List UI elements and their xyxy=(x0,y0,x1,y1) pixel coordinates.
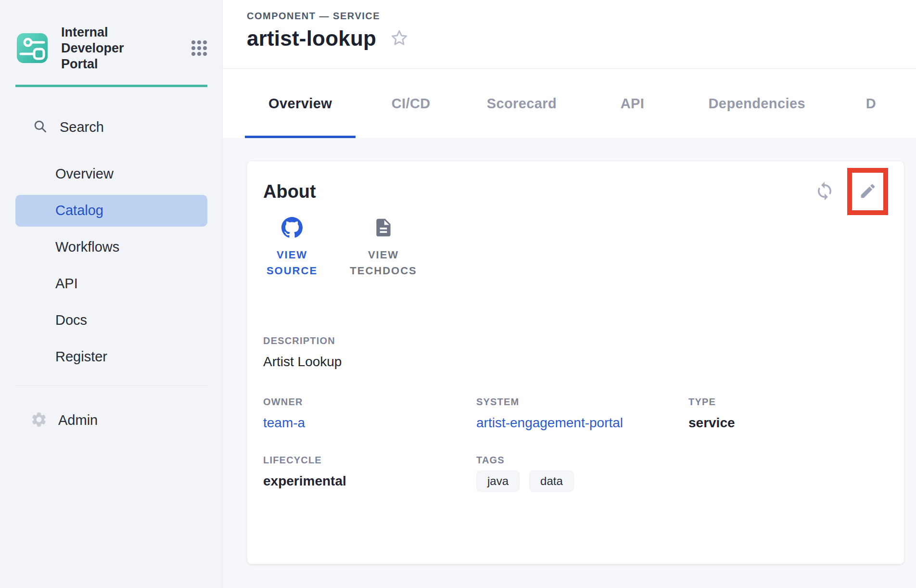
lifecycle-value: experimental xyxy=(263,473,476,490)
tab-api[interactable]: API xyxy=(577,69,687,138)
system-label: SYSTEM xyxy=(476,396,688,408)
edit-metadata-button[interactable] xyxy=(859,182,877,202)
sidebar-item-api[interactable]: API xyxy=(15,268,207,300)
sidebar-item-label: Admin xyxy=(58,412,98,428)
tags-label: TAGS xyxy=(476,455,888,466)
tag-chip[interactable]: data xyxy=(529,471,574,492)
lifecycle-field: LIFECYCLE experimental xyxy=(263,455,476,492)
tab-scorecard[interactable]: Scorecard xyxy=(466,69,577,138)
star-outline-icon xyxy=(390,28,409,49)
sidebar-item-overview[interactable]: Overview xyxy=(15,158,207,190)
logo-row: Internal Developer Portal xyxy=(0,0,222,72)
refresh-icon xyxy=(814,181,835,203)
owner-link[interactable]: team-a xyxy=(263,414,305,432)
type-label: TYPE xyxy=(688,396,888,408)
tab-content: About xyxy=(223,138,916,588)
type-field: TYPE service xyxy=(688,396,888,432)
entity-header: COMPONENT — SERVICE artist-lookup xyxy=(223,0,916,69)
tab-cicd[interactable]: CI/CD xyxy=(356,69,466,138)
sidebar: Internal Developer Portal Search Overvie… xyxy=(0,0,223,588)
view-techdocs-link[interactable]: VIEW TECHDOCS xyxy=(355,217,412,279)
sidebar-item-label: Search xyxy=(60,119,104,135)
owner-label: OWNER xyxy=(263,396,476,408)
sidebar-item-register[interactable]: Register xyxy=(15,341,207,373)
type-value: service xyxy=(688,414,888,432)
tab-overview[interactable]: Overview xyxy=(245,69,356,138)
description-value: Artist Lookup xyxy=(263,353,888,371)
highlight-box xyxy=(847,168,888,215)
breadcrumb: COMPONENT — SERVICE xyxy=(247,11,916,22)
app-title: Internal Developer Portal xyxy=(61,25,162,72)
favorite-star-button[interactable] xyxy=(389,28,410,49)
about-card-title: About xyxy=(263,181,316,202)
view-source-label: VIEW SOURCE xyxy=(263,247,321,279)
sidebar-item-workflows[interactable]: Workflows xyxy=(15,231,207,263)
sidebar-item-docs[interactable]: Docs xyxy=(15,305,207,336)
tab-dependencies[interactable]: Dependencies xyxy=(688,69,826,138)
gear-icon xyxy=(30,411,48,430)
owner-field: OWNER team-a xyxy=(263,396,476,432)
sidebar-menu: Overview Catalog Workflows API Docs Regi… xyxy=(0,158,222,373)
main-area: COMPONENT — SERVICE artist-lookup Overvi… xyxy=(223,0,916,588)
sidebar-divider-teal xyxy=(15,85,207,87)
view-techdocs-label: VIEW TECHDOCS xyxy=(350,247,417,279)
github-icon xyxy=(281,217,303,240)
system-link[interactable]: artist-engagement-portal xyxy=(476,414,623,432)
tags-field: TAGS java data xyxy=(476,455,888,492)
sidebar-divider xyxy=(16,385,208,386)
lifecycle-label: LIFECYCLE xyxy=(263,455,476,466)
view-source-link[interactable]: VIEW SOURCE xyxy=(263,217,321,279)
tag-chip[interactable]: java xyxy=(476,471,520,492)
sidebar-item-admin[interactable]: Admin xyxy=(15,406,207,435)
edit-pencil-icon xyxy=(859,182,877,202)
refresh-button[interactable] xyxy=(814,181,835,203)
search-icon xyxy=(33,119,48,136)
page-title: artist-lookup xyxy=(247,26,376,51)
about-card: About xyxy=(247,161,904,564)
document-icon xyxy=(373,217,394,240)
sidebar-item-catalog[interactable]: Catalog xyxy=(15,195,207,227)
system-field: SYSTEM artist-engagement-portal xyxy=(476,396,688,432)
sidebar-item-search[interactable]: Search xyxy=(15,117,207,138)
tab-truncated[interactable]: D xyxy=(826,69,916,138)
description-label: DESCRIPTION xyxy=(263,335,888,346)
app-window: Internal Developer Portal Search Overvie… xyxy=(0,0,916,588)
portal-logo-icon xyxy=(17,33,48,63)
entity-tabs: Overview CI/CD Scorecard API Dependencie… xyxy=(223,69,916,138)
apps-grid-icon[interactable] xyxy=(190,38,209,58)
